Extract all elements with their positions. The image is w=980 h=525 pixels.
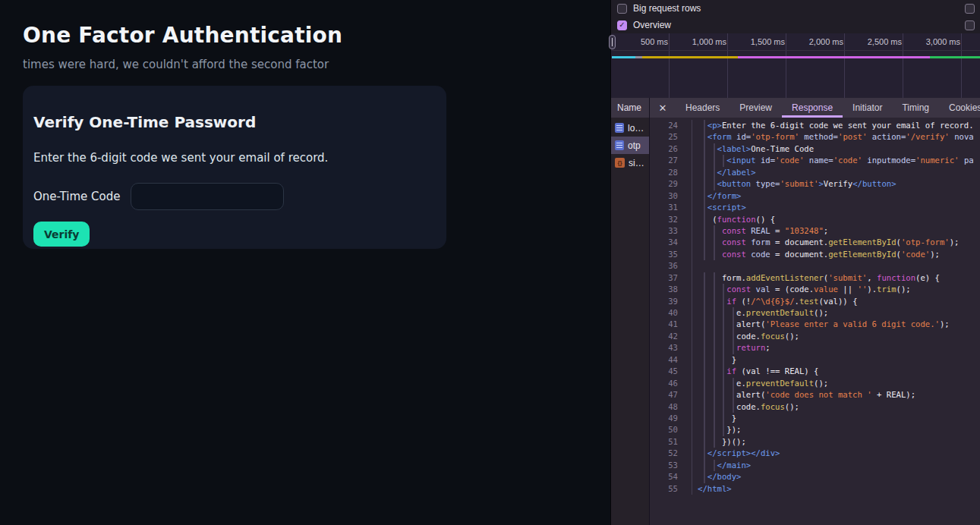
- code-token: + REAL);: [872, 390, 915, 399]
- close-icon[interactable]: ✕: [650, 98, 676, 118]
- request-label: otp: [628, 140, 641, 151]
- tab-headers[interactable]: Headers: [676, 98, 729, 118]
- request-row[interactable]: lo…: [611, 119, 649, 137]
- request-row[interactable]: si…: [611, 154, 649, 171]
- tab-preview[interactable]: Preview: [729, 98, 782, 118]
- indent-guide: [698, 354, 732, 366]
- code-token: Enter the 6-digit code we sent your emai…: [722, 121, 974, 130]
- code-token: pa: [964, 156, 974, 165]
- network-detail-header: Name ✕ HeadersPreviewResponseInitiatorTi…: [611, 98, 980, 118]
- code-token: alert(: [736, 390, 765, 399]
- request-list: lo…otpsi…: [611, 118, 650, 525]
- code-line: 51})();: [650, 436, 980, 448]
- code-text: const code = document.getElementById('co…: [692, 249, 980, 260]
- tab-response[interactable]: Response: [782, 98, 843, 118]
- code-token: getElementById: [828, 250, 896, 259]
- code-token: ;: [824, 226, 828, 235]
- code-token: e.: [736, 308, 746, 317]
- card-heading: Verify One-Time Password: [33, 113, 424, 131]
- indent-guide: [698, 284, 726, 295]
- indent-guide: [698, 237, 722, 248]
- code-token: action=: [872, 132, 906, 141]
- code-token: ||: [838, 285, 858, 294]
- indent-guide: [698, 214, 712, 225]
- code-token: }: [732, 355, 736, 364]
- option-label: Big request rows: [633, 3, 701, 14]
- network-overview: 500 ms1,000 ms1,500 ms2,000 ms2,500 ms3,…: [611, 33, 980, 98]
- otp-input[interactable]: [131, 183, 284, 210]
- code-token: </button>: [852, 179, 896, 188]
- line-number: 48: [650, 401, 692, 413]
- code-token: '': [858, 285, 868, 294]
- line-number: 39: [650, 296, 692, 307]
- code-line: 54</body>: [650, 471, 980, 483]
- code-line: 47alert('code does not match ' + REAL);: [650, 389, 980, 401]
- code-token: </form>: [707, 191, 742, 200]
- tab-initiator[interactable]: Initiator: [843, 98, 892, 118]
- waterfall-segment: [930, 56, 980, 58]
- code-line: 33const REAL = "103248";: [650, 225, 980, 237]
- line-number: 40: [650, 307, 692, 319]
- code-token: const: [726, 285, 751, 294]
- code-text: });: [692, 424, 980, 435]
- indent-guide: [698, 167, 717, 178]
- tab-timing[interactable]: Timing: [892, 98, 939, 118]
- code-token: focus: [761, 332, 785, 341]
- option-right-checkbox[interactable]: [965, 20, 975, 30]
- document-icon: [615, 123, 624, 133]
- ruler-tick: 2,500 ms: [846, 37, 902, 46]
- line-number: 51: [650, 436, 692, 448]
- verify-button[interactable]: Verify: [33, 222, 90, 247]
- waterfall-segment: [738, 56, 930, 58]
- code-text: </html>: [692, 483, 980, 495]
- code-text: <form id='otp-form' method='post' action…: [692, 131, 980, 143]
- code-token: <label>: [717, 144, 752, 153]
- code-token: <button: [717, 179, 752, 188]
- code-token: = document.: [770, 237, 829, 247]
- code-text: <p>Enter the 6-digit code we sent your e…: [692, 120, 980, 131]
- request-row[interactable]: otp: [611, 137, 649, 154]
- code-token: One-Time Code: [751, 144, 814, 153]
- code-text: }: [692, 354, 980, 366]
- tab-cookies[interactable]: Cookies: [939, 98, 980, 118]
- code-token: inputmode=: [867, 156, 915, 165]
- code-token: value: [814, 285, 838, 294]
- line-number: 43: [650, 342, 692, 354]
- option-checkbox[interactable]: [617, 4, 627, 14]
- line-number: 54: [650, 471, 692, 483]
- line-number: 53: [650, 460, 692, 471]
- option-right-checkbox[interactable]: [965, 4, 975, 14]
- line-number: 35: [650, 249, 692, 260]
- indent-guide: [698, 272, 722, 284]
- code-token: method=: [804, 132, 838, 141]
- code-token: preventDefault: [746, 379, 814, 388]
- page-subtitle: times were hard, we couldn't afford the …: [23, 58, 610, 71]
- code-line: 45if (val !== REAL) {: [650, 366, 980, 377]
- code-token: </html>: [698, 484, 732, 493]
- name-column-header: Name: [611, 98, 650, 118]
- indent-guide: [698, 178, 717, 190]
- line-number: 55: [650, 483, 692, 495]
- code-text: form.addEventListener('submit', function…: [692, 272, 980, 284]
- code-text: </form>: [692, 190, 980, 202]
- code-token: val: [756, 285, 770, 294]
- waterfall-segment: [642, 56, 738, 58]
- code-token: ();: [896, 285, 911, 294]
- code-token: 'otp-form': [751, 132, 799, 141]
- code-token: nova: [954, 132, 974, 141]
- code-line: 43return;: [650, 342, 980, 354]
- option-checkbox[interactable]: ✓: [617, 20, 627, 30]
- code-text: const REAL = "103248";: [692, 225, 980, 237]
- indent-guide: [698, 120, 707, 131]
- ruler-tick: 1,000 ms: [671, 37, 726, 46]
- indent-guide: [698, 190, 707, 202]
- code-text: </label>: [692, 167, 980, 178]
- code-line: 34const form = document.getElementById('…: [650, 237, 980, 248]
- code-token: 'submit': [780, 179, 818, 188]
- indent-guide: [698, 342, 736, 354]
- line-number: 41: [650, 319, 692, 330]
- code-token: () {: [756, 215, 776, 224]
- overview-handle[interactable]: [609, 35, 616, 49]
- code-token: <input: [726, 156, 755, 165]
- code-text: </script></div>: [692, 448, 980, 459]
